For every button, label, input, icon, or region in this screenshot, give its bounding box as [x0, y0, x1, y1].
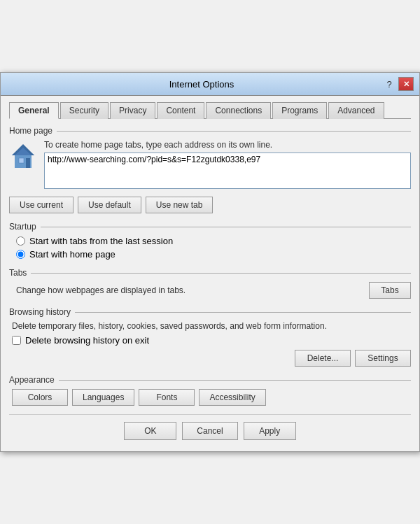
delete-on-exit-checkbox[interactable]	[12, 336, 21, 345]
settings-button[interactable]: Settings	[355, 350, 411, 367]
tabs-section-title: Tabs	[9, 268, 411, 278]
use-new-tab-button[interactable]: Use new tab	[146, 197, 214, 213]
home-page-section: Home page To create home page tabs, type…	[9, 126, 411, 213]
startup-option2-label: Start with home page	[29, 249, 115, 260]
startup-section: Startup Start with tabs from the last se…	[9, 222, 411, 260]
startup-radio-home-page[interactable]	[16, 250, 25, 259]
appearance-section: Appearance Colors Languages Fonts Access…	[9, 375, 411, 406]
tabs-row: Change how webpages are displayed in tab…	[9, 282, 411, 299]
home-page-title: Home page	[9, 126, 411, 136]
tabs-section: Tabs Change how webpages are displayed i…	[9, 268, 411, 299]
delete-button[interactable]: Delete...	[295, 350, 351, 367]
home-page-buttons: Use current Use default Use new tab	[9, 197, 411, 213]
home-page-url-input[interactable]	[44, 153, 411, 189]
dialog-content: General Security Privacy Content Connect…	[1, 96, 419, 451]
window-title: Internet Options	[22, 79, 382, 90]
tab-security[interactable]: Security	[60, 102, 108, 119]
house-icon	[9, 143, 37, 171]
appearance-title: Appearance	[9, 375, 411, 385]
startup-option2: Start with home page	[16, 249, 411, 260]
startup-radio-last-session[interactable]	[16, 236, 25, 246]
fonts-button[interactable]: Fonts	[139, 389, 195, 406]
tab-connections[interactable]: Connections	[206, 102, 271, 119]
home-page-row: To create home page tabs, type each addr…	[9, 140, 411, 191]
languages-button[interactable]: Languages	[72, 389, 134, 406]
colors-button[interactable]: Colors	[12, 389, 68, 406]
browsing-history-title: Browsing history	[9, 307, 411, 317]
apply-button[interactable]: Apply	[244, 422, 296, 440]
delete-on-exit-label: Delete browsing history on exit	[25, 335, 149, 346]
tab-programs[interactable]: Programs	[272, 102, 327, 119]
svg-rect-4	[26, 158, 30, 168]
use-default-button[interactable]: Use default	[78, 197, 141, 213]
tabs-button[interactable]: Tabs	[369, 282, 411, 299]
svg-rect-2	[19, 158, 24, 163]
delete-on-exit-row: Delete browsing history on exit	[9, 335, 411, 346]
tab-advanced[interactable]: Advanced	[328, 102, 384, 119]
tab-bar: General Security Privacy Content Connect…	[9, 101, 411, 119]
close-button[interactable]: ✕	[398, 77, 414, 91]
browsing-history-section: Browsing history Delete temporary files,…	[9, 307, 411, 367]
appearance-buttons: Colors Languages Fonts Accessibility	[9, 389, 411, 406]
accessibility-button[interactable]: Accessibility	[199, 389, 265, 406]
startup-option1-label: Start with tabs from the last session	[29, 236, 173, 246]
tab-content[interactable]: Content	[157, 102, 204, 119]
ok-button[interactable]: OK	[124, 422, 176, 440]
title-bar-controls: ? ✕	[382, 77, 414, 91]
use-current-button[interactable]: Use current	[9, 197, 74, 213]
internet-options-window: Internet Options ? ✕ General Security Pr…	[0, 72, 420, 452]
home-page-description: To create home page tabs, type each addr…	[44, 140, 411, 150]
tab-general[interactable]: General	[9, 102, 59, 119]
browsing-history-description: Delete temporary files, history, cookies…	[9, 321, 411, 331]
startup-radio-group: Start with tabs from the last session St…	[16, 236, 411, 260]
tab-privacy[interactable]: Privacy	[110, 102, 155, 119]
title-bar: Internet Options ? ✕	[1, 73, 419, 96]
startup-option1: Start with tabs from the last session	[16, 236, 411, 246]
home-page-right: To create home page tabs, type each addr…	[44, 140, 411, 191]
help-button[interactable]: ?	[382, 77, 397, 91]
tabs-description: Change how webpages are displayed in tab…	[16, 285, 186, 295]
cancel-button[interactable]: Cancel	[182, 422, 237, 440]
browsing-history-buttons: Delete... Settings	[9, 350, 411, 367]
bottom-buttons: OK Cancel Apply	[9, 414, 411, 443]
startup-title: Startup	[9, 222, 411, 232]
